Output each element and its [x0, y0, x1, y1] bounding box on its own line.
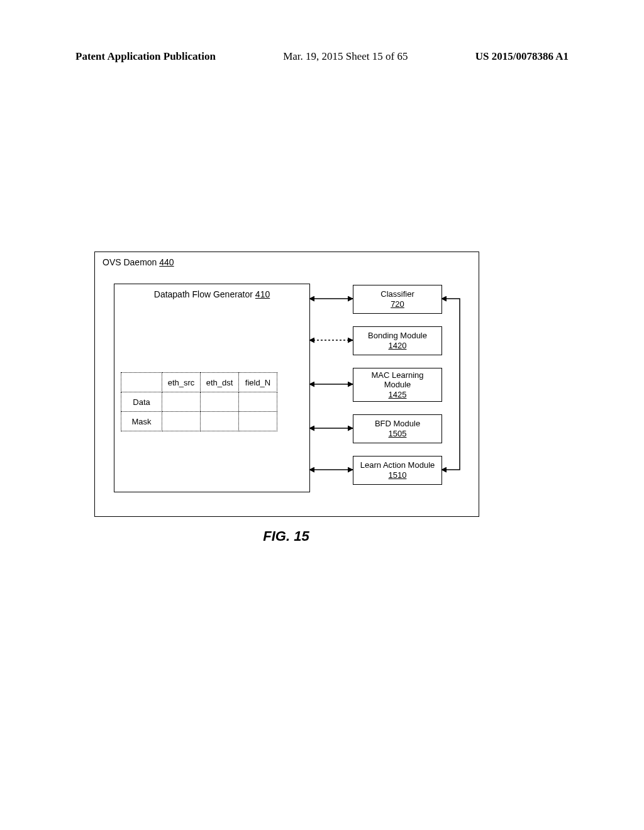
classifier-num: 720	[391, 299, 404, 309]
figure: OVS Daemon 440 Datapath Flow Generator 4…	[94, 252, 478, 545]
page-header: Patent Application Publication Mar. 19, …	[75, 50, 569, 63]
ovs-daemon-box: OVS Daemon 440 Datapath Flow Generator 4…	[94, 252, 479, 517]
table-cell	[239, 412, 277, 431]
learn-label: Learn Action Module	[360, 460, 435, 470]
bonding-label: Bonding Module	[368, 331, 427, 341]
mac-num: 1425	[389, 390, 407, 400]
table-cell: Data	[121, 392, 162, 412]
table-cell	[201, 412, 239, 431]
table-cell	[162, 412, 201, 431]
ovs-daemon-num: 440	[159, 257, 174, 267]
bfd-num: 1505	[389, 429, 407, 439]
table-cell: field_N	[239, 373, 277, 392]
header-right: US 2015/0078386 A1	[475, 50, 569, 63]
bfd-module: BFD Module 1505	[353, 414, 442, 443]
bonding-module: Bonding Module 1420	[353, 326, 442, 355]
mac-label-2: Module	[384, 380, 411, 390]
datapath-flow-generator-box: Datapath Flow Generator 410 eth_src eth_…	[114, 284, 310, 492]
table-cell	[201, 392, 239, 412]
bfd-label: BFD Module	[375, 419, 420, 429]
figure-caption: FIG. 15	[94, 528, 478, 545]
table-row: eth_src eth_dst field_N	[121, 373, 277, 392]
table-cell: Mask	[121, 412, 162, 431]
mac-label-1: MAC Learning	[371, 370, 423, 380]
table-cell: eth_src	[162, 373, 201, 392]
learn-num: 1510	[389, 470, 407, 480]
classifier-label: Classifier	[380, 289, 414, 299]
dfg-title-num: 410	[255, 289, 270, 299]
table-cell	[239, 392, 277, 412]
table-cell: eth_dst	[201, 373, 239, 392]
header-left: Patent Application Publication	[75, 50, 216, 63]
table-cell	[162, 392, 201, 412]
table-row: Data	[121, 392, 277, 412]
table-cell	[121, 373, 162, 392]
ovs-daemon-text: OVS Daemon	[103, 257, 157, 267]
bonding-num: 1420	[389, 341, 407, 351]
ovs-daemon-label: OVS Daemon 440	[103, 257, 174, 267]
learn-action-module: Learn Action Module 1510	[353, 456, 442, 485]
mac-learning-module: MAC Learning Module 1425	[353, 368, 442, 402]
dfg-title-text: Datapath Flow Generator	[154, 289, 253, 299]
table-row: Mask	[121, 412, 277, 431]
classifier-module: Classifier 720	[353, 285, 442, 314]
data-mask-table: eth_src eth_dst field_N Data Mask	[121, 372, 277, 431]
dfg-title: Datapath Flow Generator 410	[114, 289, 309, 299]
header-mid: Mar. 19, 2015 Sheet 15 of 65	[283, 50, 408, 63]
